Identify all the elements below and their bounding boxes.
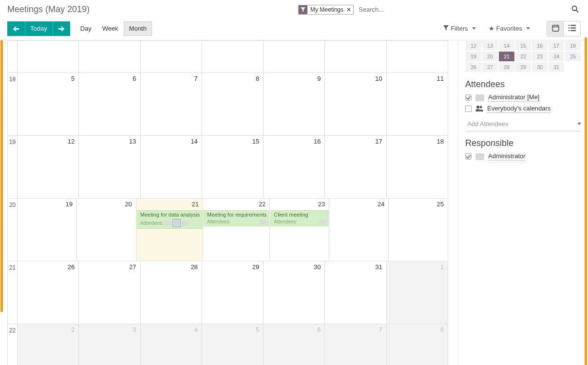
calendar-row: 20192021Meeting for data analysisAttende… xyxy=(8,199,448,261)
day-number: 7 xyxy=(379,326,382,333)
calendar-cell[interactable]: 26 xyxy=(18,261,79,324)
attendee-row[interactable]: Administrator [Me] xyxy=(465,93,581,102)
mini-cal-day[interactable]: 19 xyxy=(466,52,481,61)
calendar-cell[interactable]: 30 xyxy=(264,261,325,324)
search-input[interactable] xyxy=(357,5,567,14)
mini-cal-day[interactable]: 17 xyxy=(549,41,564,51)
mini-cal-day[interactable]: 29 xyxy=(515,62,531,72)
day-number: 8 xyxy=(440,326,444,333)
responsible-heading: Responsible xyxy=(465,138,581,148)
mini-cal-day[interactable]: 26 xyxy=(466,62,481,72)
mini-cal-day[interactable]: 20 xyxy=(482,52,498,61)
mini-cal-day[interactable]: 28 xyxy=(499,62,514,72)
checkbox-unchecked[interactable] xyxy=(465,106,472,112)
calendar-cell[interactable]: 10 xyxy=(325,73,386,136)
mini-cal-day[interactable]: 27 xyxy=(482,62,498,72)
calendar-cell[interactable] xyxy=(387,41,448,73)
people-icon xyxy=(475,105,483,113)
mini-cal-day[interactable]: 15 xyxy=(515,41,531,51)
prev-button[interactable]: 🡨 xyxy=(7,21,25,36)
mini-cal-day[interactable]: 24 xyxy=(549,52,564,61)
everybody-row[interactable]: Everybody's calendars xyxy=(465,105,581,113)
responsible-row[interactable]: Administrator xyxy=(465,152,581,161)
day-number: 10 xyxy=(375,75,382,82)
calendar-cell[interactable]: 13 xyxy=(79,136,140,199)
calendar-event[interactable]: Client meetingAttendees: xyxy=(270,210,328,226)
calendar-cell[interactable]: 1 xyxy=(387,261,448,324)
calendar-cell[interactable]: 16 xyxy=(264,136,325,199)
calendar-event[interactable]: Meeting for data analysisAttendees: xyxy=(137,210,202,229)
calendar-view-button[interactable] xyxy=(547,21,564,36)
calendar-cell[interactable]: 22Meeting for requirementsAttendees: xyxy=(203,199,270,261)
calendar-cell[interactable] xyxy=(79,41,140,73)
favorites-dropdown[interactable]: ★ Favorites xyxy=(486,23,533,34)
calendar-cell[interactable]: 31 xyxy=(325,261,386,324)
calendar-cell[interactable]: 28 xyxy=(141,261,202,324)
mini-cal-day[interactable]: 30 xyxy=(532,62,548,72)
calendar-cell[interactable]: 15 xyxy=(202,136,264,199)
calendar-cell[interactable] xyxy=(325,41,386,73)
calendar-cell[interactable]: 27 xyxy=(79,261,140,324)
calendar-cell[interactable]: 14 xyxy=(141,136,202,199)
calendar-cell[interactable] xyxy=(18,41,79,73)
chevron-down-icon xyxy=(526,27,530,30)
calendar-cell[interactable]: 2 xyxy=(18,324,79,365)
list-view-button[interactable] xyxy=(564,21,580,36)
calendar-cell[interactable]: 6 xyxy=(79,73,140,136)
calendar-cell[interactable]: 7 xyxy=(325,324,386,365)
calendar-cell[interactable]: 17 xyxy=(325,136,386,199)
calendar-cell[interactable]: 21Meeting for data analysisAttendees: xyxy=(136,199,203,261)
funnel-icon xyxy=(443,25,449,32)
filter-facet[interactable]: My Meetings ✕ xyxy=(298,5,354,15)
calendar-cell[interactable]: 25 xyxy=(389,199,448,261)
mini-cal-day[interactable]: 31 xyxy=(549,62,564,72)
calendar-event[interactable]: Meeting for requirementsAttendees: xyxy=(204,210,269,226)
day-number: 6 xyxy=(317,326,321,333)
week-number: 21 xyxy=(8,261,18,324)
calendar-cell[interactable] xyxy=(202,41,264,73)
calendar-cell[interactable]: 8 xyxy=(202,73,264,136)
calendar-cell[interactable]: 11 xyxy=(387,73,448,136)
calendar-cell[interactable]: 8 xyxy=(387,324,448,365)
calendar-cell[interactable]: 23Client meetingAttendees: xyxy=(270,199,329,261)
calendar-cell[interactable]: 5 xyxy=(202,324,264,365)
calendar-cell[interactable]: 5 xyxy=(18,73,79,136)
calendar-cell[interactable]: 4 xyxy=(141,324,202,365)
mini-cal-day[interactable]: 23 xyxy=(532,52,548,61)
calendar-cell[interactable] xyxy=(141,41,202,73)
add-attendees[interactable]: Add Attendees xyxy=(465,117,581,131)
mini-cal-day[interactable]: 16 xyxy=(532,41,548,51)
checkbox-checked[interactable] xyxy=(465,94,472,101)
view-month[interactable]: Month xyxy=(124,21,152,36)
calendar-cell[interactable]: 19 xyxy=(18,199,77,261)
calendar-cell[interactable]: 18 xyxy=(387,136,448,199)
mini-cal-day[interactable]: 12 xyxy=(466,41,481,51)
day-number: 15 xyxy=(252,138,259,145)
calendar-cell[interactable]: 9 xyxy=(264,73,325,136)
calendar-cell[interactable]: 3 xyxy=(79,324,140,365)
view-week[interactable]: Week xyxy=(97,21,124,36)
mini-cal-day[interactable]: 14 xyxy=(499,41,514,51)
mini-cal-day[interactable]: 22 xyxy=(515,52,531,61)
day-number: 4 xyxy=(194,326,198,333)
facet-remove-icon[interactable]: ✕ xyxy=(346,6,353,13)
today-button[interactable]: Today xyxy=(25,21,53,36)
next-button[interactable]: 🡪 xyxy=(53,21,70,36)
mini-cal-day[interactable]: 18 xyxy=(565,41,581,51)
mini-cal-day[interactable]: 25 xyxy=(565,52,581,61)
filters-dropdown[interactable]: Filters xyxy=(440,23,478,34)
view-day[interactable]: Day xyxy=(75,21,97,36)
page-title: Meetings (May 2019) xyxy=(7,4,90,15)
checkbox-checked[interactable] xyxy=(465,153,472,160)
calendar-cell[interactable] xyxy=(264,41,325,73)
mini-cal-day[interactable]: 21 xyxy=(499,52,514,61)
mini-cal-day[interactable]: 13 xyxy=(482,41,498,51)
calendar-cell[interactable]: 7 xyxy=(141,73,202,136)
calendar-cell[interactable]: 29 xyxy=(202,261,264,324)
calendar-cell[interactable]: 20 xyxy=(77,199,136,261)
calendar-cell[interactable]: 24 xyxy=(329,199,389,261)
day-number: 19 xyxy=(65,201,72,208)
search-icon[interactable] xyxy=(569,3,581,16)
calendar-cell[interactable]: 12 xyxy=(18,136,79,199)
calendar-cell[interactable]: 6 xyxy=(264,324,325,365)
